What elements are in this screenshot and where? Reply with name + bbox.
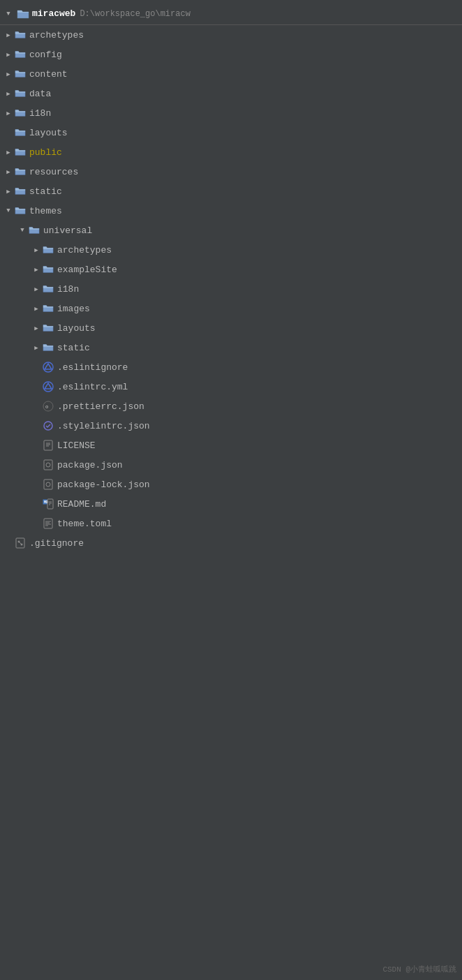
tree-item-content[interactable]: content xyxy=(0,64,462,84)
svg-marker-3 xyxy=(45,383,52,389)
folder-icon xyxy=(14,48,27,61)
arrow-right-icon xyxy=(31,264,42,275)
arrow-right-icon xyxy=(3,29,14,40)
tree-item-gitignore[interactable]: .gitignore xyxy=(0,533,462,553)
tree-item-eslintignore[interactable]: .eslintignore xyxy=(0,357,462,377)
project-path: D:\workspace_go\miracw xyxy=(80,9,190,19)
item-label: data xyxy=(29,89,462,99)
file-icon-package xyxy=(42,478,54,491)
tree-item-layouts-root[interactable]: layouts xyxy=(0,123,462,142)
tree-item-license[interactable]: LICENSE xyxy=(0,436,462,455)
tree-item-stylelintrc[interactable]: .stylelintrc.json xyxy=(0,416,462,436)
root-header[interactable]: miracweb D:\workspace_go\miracw xyxy=(0,3,462,25)
item-label: public xyxy=(29,147,462,158)
arrow-down-icon xyxy=(17,225,28,236)
arrow-right-icon xyxy=(3,166,14,177)
file-icon-eslint xyxy=(42,380,54,393)
arrow-empty xyxy=(31,381,42,392)
item-label: archetypes xyxy=(57,245,462,255)
file-icon-markdown: MD xyxy=(42,498,54,510)
arrow-empty xyxy=(31,440,42,451)
file-icon-git xyxy=(14,537,27,549)
tree-item-static-theme[interactable]: static xyxy=(0,338,462,357)
arrow-right-icon xyxy=(3,49,14,60)
file-tree: miracweb D:\workspace_go\miracw archetyp… xyxy=(0,0,462,556)
svg-text:⚙: ⚙ xyxy=(45,404,49,410)
root-folder-icon xyxy=(17,8,29,20)
folder-icon xyxy=(42,244,54,256)
item-label: .prettierrc.json xyxy=(57,401,462,412)
arrow-right-icon xyxy=(31,283,42,295)
arrow-right-icon xyxy=(31,244,42,255)
tree-item-universal[interactable]: universal xyxy=(0,221,462,240)
file-icon-toml xyxy=(42,517,54,530)
arrow-right-icon xyxy=(3,68,14,80)
tree-item-theme-toml[interactable]: theme.toml xyxy=(0,514,462,533)
svg-rect-7 xyxy=(44,440,52,450)
folder-icon xyxy=(14,68,27,80)
arrow-empty xyxy=(3,537,14,549)
tree-item-exampleSite[interactable]: exampleSite xyxy=(0,260,462,279)
svg-line-29 xyxy=(19,542,22,544)
tree-item-public[interactable]: public xyxy=(0,142,462,162)
svg-rect-17 xyxy=(47,499,53,509)
file-icon-eslint xyxy=(42,361,54,373)
tree-item-layouts-theme[interactable]: layouts xyxy=(0,318,462,338)
item-label: package.json xyxy=(57,460,462,470)
item-label: resources xyxy=(29,167,462,177)
folder-icon xyxy=(14,29,27,41)
item-label: universal xyxy=(43,225,462,236)
arrow-empty xyxy=(31,420,42,431)
tree-item-themes[interactable]: themes xyxy=(0,201,462,221)
tree-item-archetypes-root[interactable]: archetypes xyxy=(0,25,462,45)
file-icon-stylelint xyxy=(42,420,54,432)
folder-icon xyxy=(42,322,54,334)
arrow-empty xyxy=(31,401,42,412)
arrow-right-icon xyxy=(3,88,14,99)
item-label: config xyxy=(29,50,462,60)
tree-item-resources[interactable]: resources xyxy=(0,162,462,181)
watermark: CSDN @小青蛙呱呱跳 xyxy=(382,964,456,974)
arrow-empty xyxy=(3,127,14,138)
tree-item-archetypes-theme[interactable]: archetypes xyxy=(0,240,462,260)
svg-rect-21 xyxy=(44,519,52,528)
arrow-empty xyxy=(31,518,42,529)
folder-icon xyxy=(42,263,54,276)
folder-icon xyxy=(14,126,27,139)
item-label: LICENSE xyxy=(57,440,462,451)
arrow-empty xyxy=(31,479,42,490)
arrow-empty xyxy=(31,362,42,373)
svg-rect-11 xyxy=(44,460,52,470)
tree-item-config[interactable]: config xyxy=(0,45,462,64)
folder-icon xyxy=(42,341,54,354)
item-label: .eslintignore xyxy=(57,362,462,373)
tree-item-images[interactable]: images xyxy=(0,299,462,318)
item-label: i18n xyxy=(29,108,462,119)
item-label: .gitignore xyxy=(29,538,462,549)
arrow-right-icon xyxy=(31,342,42,353)
item-label: theme.toml xyxy=(57,519,462,529)
item-label: README.md xyxy=(57,499,462,510)
file-icon-prettier: ⚙ xyxy=(42,400,54,413)
tree-item-prettierrc[interactable]: ⚙.prettierrc.json xyxy=(0,396,462,416)
folder-icon xyxy=(28,224,40,237)
tree-item-static-root[interactable]: static xyxy=(0,181,462,201)
tree-item-i18n-root[interactable]: i18n xyxy=(0,103,462,123)
folder-icon xyxy=(42,283,54,295)
folder-icon xyxy=(14,185,27,198)
item-label: static xyxy=(29,186,462,197)
tree-item-readme[interactable]: MDREADME.md xyxy=(0,494,462,514)
folder-icon xyxy=(42,302,54,315)
tree-item-package-json[interactable]: package.json xyxy=(0,455,462,475)
item-label: themes xyxy=(29,206,462,216)
tree-item-eslintrc[interactable]: .eslintrc.yml xyxy=(0,377,462,396)
item-label: package-lock.json xyxy=(57,480,462,490)
file-icon-package xyxy=(42,459,54,471)
folder-icon xyxy=(14,205,27,217)
tree-item-data[interactable]: data xyxy=(0,84,462,103)
svg-rect-13 xyxy=(44,480,52,489)
arrow-right-icon xyxy=(3,147,14,158)
arrow-empty xyxy=(31,498,42,510)
tree-item-i18n-theme[interactable]: i18n xyxy=(0,279,462,299)
tree-item-package-lock[interactable]: package-lock.json xyxy=(0,475,462,494)
